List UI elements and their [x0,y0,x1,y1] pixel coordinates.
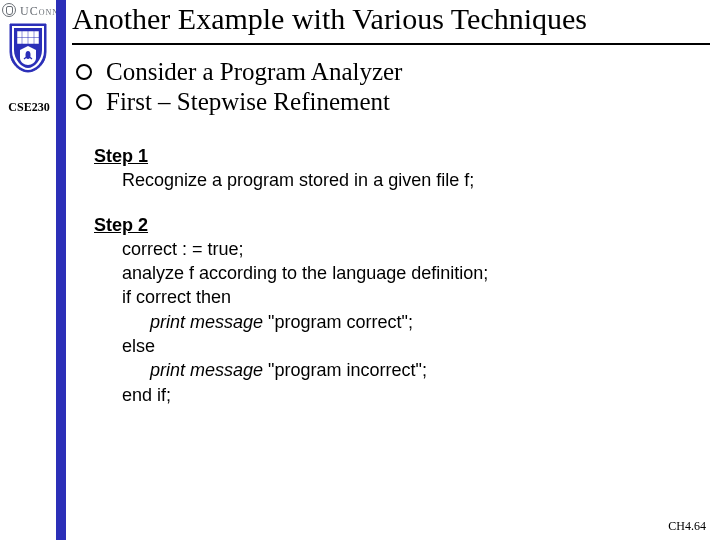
print-message: print message [150,312,263,332]
steps-body: Step 1 Recognize a program stored in a g… [94,144,690,407]
step2-heading: Step 2 [94,213,690,237]
bullet-item: First – Stepwise Refinement [76,88,700,116]
accent-strip [56,0,66,540]
course-code: CSE230 [2,100,56,115]
step2-line: correct : = true; [94,237,690,261]
bullet-text: Consider a Program Analyzer [106,58,402,86]
step2-line: analyze f according to the language defi… [94,261,690,285]
step2-line: if correct then [94,285,690,309]
slide-footer: CH4.64 [668,519,706,534]
shield-icon [8,22,48,74]
step2-line: end if; [94,383,690,407]
print-arg: "program correct"; [263,312,413,332]
print-arg: "program incorrect"; [263,360,427,380]
step2-line: else [94,334,690,358]
slide-title: Another Example with Various Techniques [72,2,710,36]
bullet-text: First – Stepwise Refinement [106,88,390,116]
title-underline [72,43,710,45]
seal-icon [2,3,16,17]
print-message: print message [150,360,263,380]
bullet-list: Consider a Program Analyzer First – Step… [76,58,700,118]
step2-line: print message "program incorrect"; [94,358,690,382]
step1-heading: Step 1 [94,144,690,168]
bullet-icon [76,94,92,110]
sidebar: UConn CSE230 [0,0,56,540]
step1-line: Recognize a program stored in a given fi… [94,168,690,192]
step2-line: print message "program correct"; [94,310,690,334]
bullet-item: Consider a Program Analyzer [76,58,700,86]
bullet-icon [76,64,92,80]
university-name: UConn [20,4,59,19]
slide: UConn CSE230 Another Example with Variou… [0,0,720,540]
